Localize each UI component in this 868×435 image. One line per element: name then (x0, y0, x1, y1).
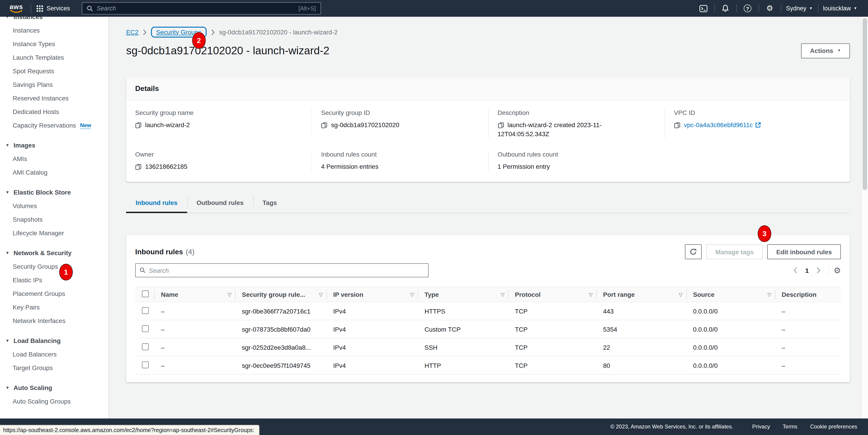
row-checkbox[interactable] (142, 325, 149, 332)
sidebar-item-elastic-ips[interactable]: Elastic IPs (0, 273, 108, 287)
chevron-right-icon (143, 29, 147, 35)
new-badge: New (80, 122, 91, 128)
region-label: Sydney (786, 5, 806, 12)
table-settings-gear-icon[interactable]: ⚙ (834, 266, 841, 274)
sidebar-item-target-groups[interactable]: Target Groups (0, 361, 108, 375)
sidebar-item-auto-scaling-groups[interactable]: Auto Scaling Groups (0, 395, 108, 408)
copy-icon[interactable] (321, 122, 328, 128)
details-panel: Details Security group name launch-wizar… (126, 77, 850, 182)
sidebar-section-load-balancing[interactable]: ▼ Load Balancing (0, 334, 108, 347)
filter-icon[interactable]: ▽ (679, 292, 683, 297)
external-link-icon[interactable] (755, 122, 761, 128)
caret-down-icon: ▼ (5, 339, 9, 343)
next-page-button[interactable] (813, 265, 824, 276)
filter-icon[interactable]: ▽ (410, 292, 414, 297)
manage-tags-button[interactable]: Manage tags (706, 244, 763, 259)
filter-icon[interactable]: ▽ (501, 292, 504, 297)
sidebar-item-spot-requests[interactable]: Spot Requests (0, 64, 108, 78)
scrollbar-thumb[interactable] (863, 18, 867, 190)
select-all-checkbox[interactable] (142, 290, 149, 297)
sidebar-item-placement-groups[interactable]: Placement Groups (0, 287, 108, 300)
vpc-id-link[interactable]: vpc-0a4a3c86ebfd9611c (684, 121, 753, 128)
actions-button[interactable]: Actions ▼ (801, 43, 850, 58)
sidebar-item-key-pairs[interactable]: Key Pairs (0, 300, 108, 314)
sidebar-item-launch-templates[interactable]: Launch Templates (0, 51, 108, 64)
rules-search-input[interactable] (149, 267, 424, 274)
previous-page-button[interactable] (790, 265, 801, 276)
copy-icon[interactable] (135, 164, 142, 170)
username-label: louiscklaw (823, 5, 851, 12)
inbound-rules-count: (4) (186, 248, 195, 255)
row-checkbox[interactable] (142, 343, 149, 350)
bell-icon (721, 4, 729, 12)
page-scrollbar[interactable] (861, 17, 868, 418)
services-menu-button[interactable]: Services (37, 5, 70, 12)
sidebar-item-amis[interactable]: AMIs (0, 152, 108, 166)
notifications-button[interactable] (719, 4, 731, 12)
column-header-description[interactable]: Description (775, 287, 841, 302)
table-row: – sgr-078735cb8bf607da0 IPv4 Custom TCP … (135, 320, 841, 338)
sidebar-item-capacity-reservations[interactable]: Capacity Reservations New (0, 119, 108, 132)
sidebar-item-instances[interactable]: Instances (0, 24, 108, 37)
cloudshell-button[interactable] (698, 5, 709, 12)
sidebar-item-load-balancers[interactable]: Load Balancers (0, 347, 108, 361)
filter-icon[interactable]: ▽ (319, 292, 323, 297)
sidebar-item-security-groups[interactable]: Security Groups (0, 260, 108, 273)
column-header-type[interactable]: Type▽ (418, 287, 508, 302)
copy-icon[interactable] (135, 122, 142, 128)
refresh-button[interactable] (685, 244, 702, 259)
current-page-number[interactable]: 1 (805, 267, 809, 274)
inbound-rules-table: Name▽ Security group rule...▽ IP version… (135, 287, 841, 375)
sidebar-item-network-interfaces[interactable]: Network Interfaces (0, 314, 108, 327)
field-owner: Owner 136218662185 (135, 150, 312, 171)
field-security-group-id: Security group ID sg-0dcb1a91702102020 (312, 109, 488, 139)
aws-logo[interactable]: aws (7, 3, 25, 13)
filter-icon[interactable]: ▽ (228, 292, 231, 297)
sidebar-item-reserved-instances[interactable]: Reserved Instances (0, 91, 108, 105)
aws-logo-text: aws (9, 3, 23, 9)
inbound-rules-heading: Inbound rules(4) (135, 248, 195, 256)
rules-search-box[interactable] (135, 263, 429, 277)
sidebar-section-network-security[interactable]: ▼ Network & Security (0, 246, 108, 260)
global-search-input[interactable] (97, 5, 299, 12)
sidebar-item-lifecycle-manager[interactable]: Lifecycle Manager (0, 226, 108, 240)
footer-privacy-link[interactable]: Privacy (752, 424, 770, 430)
edit-inbound-rules-button[interactable]: Edit inbound rules (767, 244, 841, 259)
help-button[interactable]: ? (742, 4, 753, 12)
tab-tags[interactable]: Tags (253, 193, 286, 213)
filter-icon[interactable]: ▽ (767, 292, 771, 297)
sidebar-section-elastic-block-store[interactable]: ▼ Elastic Block Store (0, 185, 108, 199)
row-checkbox[interactable] (142, 361, 149, 368)
account-menu[interactable]: louiscklaw ▼ (823, 5, 857, 12)
column-header-source[interactable]: Source▽ (686, 287, 775, 302)
filter-icon[interactable]: ▽ (589, 292, 593, 297)
column-header-port-range[interactable]: Port range▽ (596, 287, 686, 302)
settings-button[interactable]: ⚙ (764, 4, 776, 12)
tab-inbound-rules[interactable]: Inbound rules (126, 193, 187, 213)
chevron-down-icon: ▼ (809, 6, 813, 10)
sidebar-item-savings-plans[interactable]: Savings Plans (0, 78, 108, 91)
copy-icon[interactable] (674, 122, 680, 128)
topbar-divider (31, 4, 31, 13)
sidebar-item-instance-types[interactable]: Instance Types (0, 37, 108, 51)
sidebar-section-instances[interactable]: ▼ Instances (0, 17, 108, 24)
copy-icon[interactable] (498, 122, 504, 128)
breadcrumb-ec2-link[interactable]: EC2 (126, 29, 138, 36)
sidebar-item-volumes[interactable]: Volumes (0, 199, 108, 213)
column-header-name[interactable]: Name▽ (154, 287, 235, 302)
sidebar-section-images[interactable]: ▼ Images (0, 139, 108, 152)
sidebar-section-auto-scaling[interactable]: ▼ Auto Scaling (0, 381, 108, 395)
column-header-rule-id[interactable]: Security group rule...▽ (235, 287, 327, 302)
sidebar-item-dedicated-hosts[interactable]: Dedicated Hosts (0, 105, 108, 119)
region-selector[interactable]: Sydney ▼ (786, 5, 813, 12)
tab-outbound-rules[interactable]: Outbound rules (187, 193, 253, 213)
sidebar-item-ami-catalog[interactable]: AMI Catalog (0, 166, 108, 179)
row-checkbox[interactable] (142, 307, 149, 314)
footer-cookie-preferences-link[interactable]: Cookie preferences (810, 424, 857, 430)
topbar-divider (758, 4, 759, 13)
column-header-protocol[interactable]: Protocol▽ (508, 287, 596, 302)
sidebar-item-snapshots[interactable]: Snapshots (0, 213, 108, 226)
global-search-box[interactable]: [Alt+S] (82, 2, 321, 14)
footer-terms-link[interactable]: Terms (783, 424, 798, 430)
column-header-ip-version[interactable]: IP version▽ (327, 287, 418, 302)
